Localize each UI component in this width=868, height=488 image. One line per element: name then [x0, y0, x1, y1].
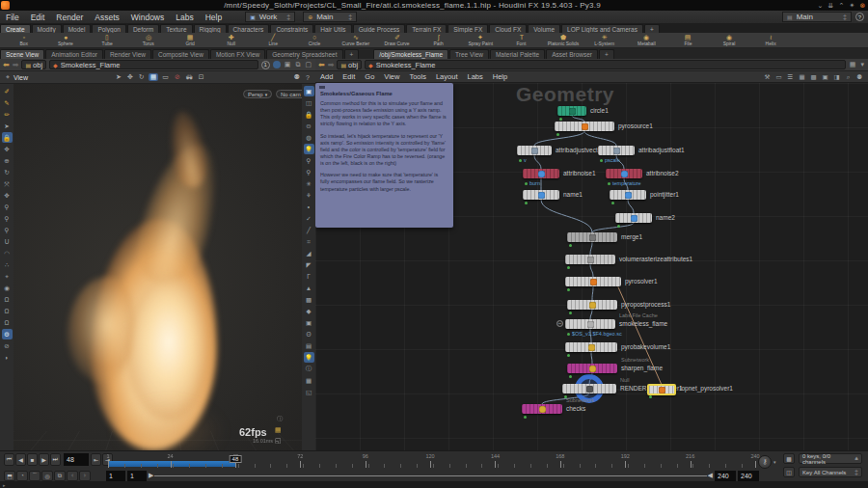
- playback-range-slider[interactable]: ▶ ◀: [149, 471, 713, 481]
- display-option-icon[interactable]: 💡: [304, 352, 314, 363]
- display-option-icon[interactable]: ✳: [304, 178, 314, 189]
- transport-item[interactable]: ▶: [39, 453, 49, 466]
- network-toolbar-icon[interactable]: ⚒: [763, 72, 772, 81]
- view-tool-icon[interactable]: ⌖: [4, 73, 12, 81]
- output-flag-dot[interactable]: [567, 288, 570, 291]
- node-name2[interactable]: [615, 213, 652, 223]
- network-toolbar-icon[interactable]: ⚉: [855, 72, 864, 81]
- network-toolbar-icon[interactable]: ▭: [774, 72, 783, 81]
- forward-icon[interactable]: ➡: [13, 61, 19, 69]
- viewport-tool-icon[interactable]: ➤: [2, 121, 13, 131]
- node-name1[interactable]: [523, 190, 559, 200]
- display-option-icon[interactable]: ⓘ: [304, 364, 314, 374]
- viewport-tool-icon[interactable]: Ω: [2, 317, 13, 328]
- range-end-field[interactable]: 240: [715, 471, 736, 481]
- shelf-tool-line[interactable]: ╱Line: [253, 34, 293, 47]
- node-sharpen-flame[interactable]: [567, 364, 617, 373]
- display-option-icon[interactable]: 💡: [304, 144, 314, 154]
- pane-tab-material-palette[interactable]: Material Palette: [490, 49, 545, 59]
- network-menu-edit[interactable]: Edit: [338, 72, 360, 81]
- display-option-icon[interactable]: ◤: [304, 259, 314, 270]
- display-option-icon[interactable]: ⚘: [304, 190, 314, 201]
- node-pyrobakevolume1[interactable]: [565, 342, 617, 352]
- translate-tool-icon[interactable]: ✥: [125, 73, 135, 81]
- snapshot-icon[interactable]: [273, 61, 281, 68]
- shelf-tool-sphere[interactable]: ●Sphere: [45, 34, 86, 47]
- pane-icon[interactable]: ▢: [304, 61, 312, 68]
- display-option-icon[interactable]: •: [304, 202, 314, 212]
- shade-mode-icon[interactable]: 🕶: [184, 74, 195, 81]
- node-merge1[interactable]: [567, 232, 617, 242]
- display-option-icon[interactable]: ▦: [304, 375, 314, 386]
- range-start-field[interactable]: 1: [106, 471, 125, 481]
- viewport-tool-icon[interactable]: ⊘: [2, 340, 13, 351]
- pane-tab-asset-browser[interactable]: Asset Browser: [546, 49, 598, 59]
- node-lopnet-pyrosolver1[interactable]: [647, 384, 676, 395]
- viewport-tool-icon[interactable]: ✥: [2, 190, 13, 201]
- pane-tab-geometry-spreadsheet[interactable]: Geometry Spreadsheet: [266, 49, 342, 59]
- playbar-option-icon[interactable]: ◎: [41, 471, 53, 481]
- grid-display-icon[interactable]: ▦: [849, 61, 857, 68]
- desktop-selector[interactable]: ▣ Work ‡: [245, 12, 295, 22]
- network-toolbar-icon[interactable]: ⌕: [844, 72, 853, 81]
- node-pointjitter1[interactable]: [610, 190, 646, 200]
- viewport-tool-icon[interactable]: ⚲: [2, 225, 13, 235]
- node-attribadjustvector1[interactable]: [517, 146, 552, 155]
- viewport-tool-icon[interactable]: ✏: [2, 109, 13, 120]
- node-attribnoise1[interactable]: [523, 169, 559, 178]
- node-render-pyrosolver1[interactable]: [562, 384, 616, 393]
- breadcrumb[interactable]: ◆Smokeless_Flame: [49, 60, 258, 69]
- shelf-tool-torus[interactable]: ◎Torus: [128, 34, 169, 47]
- help-button[interactable]: ?: [855, 13, 864, 21]
- network-editor[interactable]: Geometry Smokeless/Gaseous Flame Common …: [315, 83, 868, 450]
- viewport-tool-icon[interactable]: ✐: [2, 86, 13, 96]
- output-flag-dot[interactable]: [525, 182, 528, 185]
- node-pyropostprocess1[interactable]: [567, 300, 617, 310]
- shelf-tab-polygon[interactable]: Polygon: [92, 24, 126, 33]
- viewport-help-icon[interactable]: ?: [304, 74, 312, 81]
- window-control-icon[interactable]: ⌃: [836, 2, 847, 10]
- output-flag-dot[interactable]: [567, 333, 570, 336]
- output-flag-dot[interactable]: [524, 416, 527, 419]
- network-menu-layout[interactable]: Layout: [431, 72, 463, 81]
- display-option-icon[interactable]: ◢: [304, 248, 314, 258]
- viewport-tool-icon[interactable]: ∴: [2, 259, 13, 270]
- viewport-tool-icon[interactable]: ⚲: [2, 202, 13, 212]
- breadcrumb-root[interactable]: ▤obj: [21, 60, 46, 69]
- network-toolbar-icon[interactable]: ▩: [809, 72, 818, 81]
- display-option-icon[interactable]: ▣: [304, 317, 314, 328]
- window-control-icon[interactable]: ✴: [847, 2, 857, 10]
- display-option-icon[interactable]: ◫: [304, 97, 314, 108]
- transport-item[interactable]: ⏮: [4, 453, 14, 466]
- output-flag-dot[interactable]: [519, 159, 522, 162]
- pane-tab-item[interactable]: +: [599, 49, 614, 59]
- bypass-badge[interactable]: –: [556, 320, 563, 327]
- playhead[interactable]: 48: [230, 455, 242, 463]
- shelf-tab-constraints[interactable]: Constraints: [270, 24, 313, 33]
- viewport-tool-icon[interactable]: ⚲: [2, 213, 13, 224]
- range-slider-right-handle[interactable]: ◀: [708, 472, 713, 479]
- network-menu-add[interactable]: Add: [315, 72, 338, 81]
- menu-labs[interactable]: Labs: [170, 13, 199, 22]
- network-breadcrumb-root[interactable]: ▤obj: [337, 60, 362, 69]
- record-icon[interactable]: ⊘: [173, 73, 182, 81]
- window-control-icon[interactable]: ⌄: [815, 2, 826, 10]
- network-menu-go[interactable]: Go: [360, 72, 379, 81]
- display-option-icon[interactable]: ⚲: [304, 167, 314, 177]
- playbar-option-icon[interactable]: ◔: [16, 471, 28, 481]
- layout-icon[interactable]: ▣: [284, 61, 292, 68]
- transport-item[interactable]: ⏭: [50, 453, 61, 466]
- shelf-tab-hair-utils[interactable]: Hair Utils: [314, 24, 351, 33]
- output-flag-dot[interactable]: [617, 225, 620, 228]
- node-attribnoise2[interactable]: [606, 169, 642, 178]
- network-toolbar-icon[interactable]: ▦: [798, 72, 806, 81]
- current-frame-field[interactable]: 48: [64, 453, 89, 466]
- shelf-tab-modify[interactable]: Modify: [32, 24, 62, 33]
- shelf-tab-deform[interactable]: Deform: [127, 24, 159, 33]
- range-start-field-2[interactable]: 1: [127, 471, 147, 481]
- shelf-tool-platonic-solids[interactable]: ⬟Platonic Solids: [543, 34, 583, 47]
- shelf-tab-terrain-fx[interactable]: Terrain FX: [406, 24, 447, 33]
- snapshot-corner-icon[interactable]: ◱: [275, 437, 282, 445]
- node-checks[interactable]: [522, 404, 562, 414]
- node-pyrosolver1[interactable]: [565, 277, 621, 286]
